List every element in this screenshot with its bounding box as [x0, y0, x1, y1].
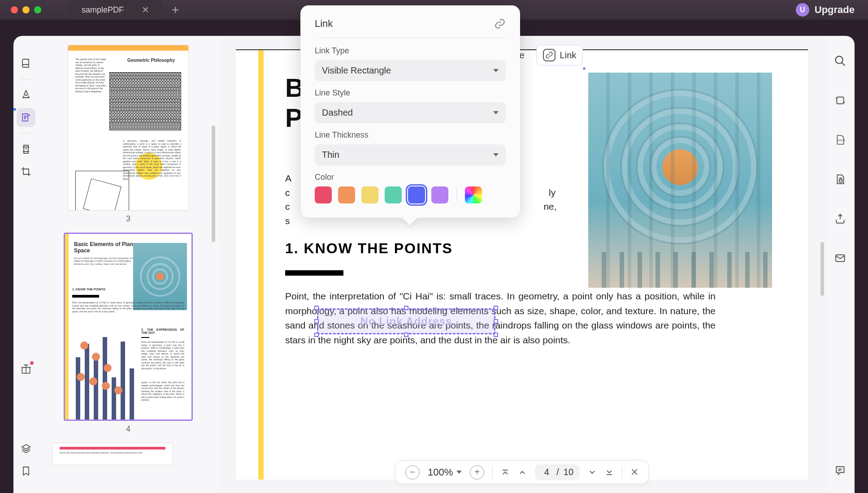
thumb-page-number: 4	[52, 424, 204, 434]
color-picker-button[interactable]	[465, 186, 482, 203]
separator	[492, 466, 493, 479]
lock-button[interactable]	[831, 170, 849, 188]
thumb-text: Point, the interpretation of "Ci Hai" is…	[141, 341, 184, 370]
comment-icon	[834, 465, 846, 476]
thumbnail-page-4[interactable]: Basic Elements of Plane Space Any art co…	[52, 233, 204, 434]
color-swatch-teal[interactable]	[385, 186, 402, 203]
highlighter-tool[interactable]	[17, 86, 35, 104]
link-type-select[interactable]: Visible Rectangle	[315, 60, 506, 81]
resize-handle-bm[interactable]	[404, 333, 408, 337]
svg-rect-2	[837, 97, 843, 104]
active-tool-indicator	[13, 108, 16, 111]
chevron-top-icon	[501, 468, 510, 477]
last-page-button[interactable]	[605, 468, 614, 477]
add-tab-button[interactable]: +	[172, 3, 179, 17]
zoom-select[interactable]: 100%	[428, 467, 462, 478]
rotate-icon	[834, 95, 846, 106]
forms-icon	[21, 144, 31, 155]
book-tool[interactable]	[17, 54, 35, 73]
prev-page-button[interactable]	[518, 468, 527, 477]
color-swatch-blue[interactable]	[408, 186, 425, 203]
comment-button[interactable]	[831, 462, 849, 480]
highlighter-icon	[21, 90, 31, 100]
thumb-heading: Basic Elements of Plane Space	[74, 241, 137, 254]
close-tab-icon[interactable]: ✕	[142, 4, 149, 15]
resize-handle-mr[interactable]	[494, 319, 498, 324]
separator	[21, 79, 31, 79]
resize-handle-tl[interactable]	[314, 306, 319, 310]
file-lock-icon	[834, 173, 846, 185]
thumb-text: space, on the one hand, the point has a …	[141, 381, 184, 402]
page-image	[588, 73, 772, 288]
close-window-button[interactable]	[11, 6, 18, 13]
document-tab[interactable]: samplePDF ✕	[68, 0, 163, 20]
resize-handle-tr[interactable]	[494, 306, 498, 310]
zoom-value: 100%	[428, 467, 453, 478]
document-scrollbar[interactable]	[820, 242, 824, 296]
thumb-section: 2. THE EXPRESSION OF THE DOT	[141, 328, 184, 334]
thumb-text: The specific parts of the image can be e…	[75, 58, 107, 93]
forms-tool[interactable]	[17, 140, 35, 159]
search-icon	[834, 55, 846, 67]
email-button[interactable]	[831, 249, 849, 267]
zoom-in-button[interactable]: +	[470, 465, 484, 480]
search-button[interactable]	[831, 52, 849, 70]
link-icon	[543, 49, 556, 61]
upgrade-badge-icon: U	[796, 3, 809, 17]
link-label: Link	[560, 50, 577, 61]
resize-handle-tm[interactable]	[404, 306, 408, 310]
color-swatch-yellow[interactable]	[361, 186, 378, 203]
page-indicator: / 10	[535, 464, 580, 480]
link-icon[interactable]	[494, 18, 506, 30]
link-annotation-object[interactable]: No Link Address	[317, 308, 495, 334]
first-page-button[interactable]	[501, 468, 510, 477]
link-properties-popup: Link Link Type Visible Rectangle Line St…	[300, 5, 520, 218]
total-pages: 10	[564, 467, 573, 477]
line-thickness-select[interactable]: Thin	[315, 144, 506, 165]
link-dashed-rect: No Link Address	[317, 308, 495, 334]
separator	[622, 466, 622, 479]
pdfa-button[interactable]: PDF/A	[831, 131, 849, 149]
edit-tool[interactable]	[17, 108, 35, 127]
thumbnail-panel: Geometric Philosophy The specific parts …	[39, 36, 218, 493]
link-type-label: Link Type	[315, 46, 506, 56]
resize-handle-br[interactable]	[494, 333, 498, 337]
color-swatch-purple[interactable]	[431, 186, 448, 203]
active-tab-indicator	[583, 67, 586, 70]
thumbnail-page-3[interactable]: Geometric Philosophy The specific parts …	[52, 45, 204, 224]
link-tool-button[interactable]: Link	[536, 45, 583, 65]
resize-handle-ml[interactable]	[314, 319, 319, 324]
svg-rect-4	[839, 180, 842, 182]
page-accent-bar	[258, 50, 264, 480]
upgrade-button[interactable]: U Upgrade	[796, 3, 855, 17]
current-page-input[interactable]	[541, 467, 552, 477]
popup-header: Link	[315, 18, 506, 38]
tab-row: samplePDF ✕ +	[68, 0, 179, 20]
resize-handle-bl[interactable]	[314, 333, 319, 337]
bookmark-tool[interactable]	[17, 462, 35, 480]
crop-tool[interactable]	[17, 162, 35, 181]
line-thickness-label: Line Thickness	[315, 130, 506, 140]
layers-icon	[21, 443, 31, 454]
maximize-window-button[interactable]	[34, 6, 41, 13]
close-toolbar-button[interactable]: ✕	[630, 467, 638, 478]
gift-icon	[20, 363, 32, 375]
layers-tool[interactable]	[17, 439, 35, 458]
line-style-label: Line Style	[315, 88, 506, 98]
page-separator: /	[556, 467, 559, 477]
gift-tool[interactable]	[17, 359, 35, 378]
color-swatch-red[interactable]	[315, 186, 332, 203]
minimize-window-button[interactable]	[22, 6, 30, 13]
color-swatch-orange[interactable]	[338, 186, 355, 203]
export-button[interactable]	[831, 210, 849, 228]
thumb-page-number: 3	[52, 214, 204, 224]
thumbnail-page-5[interactable]: Points also have dominant and recessive …	[52, 443, 204, 465]
line-style-select[interactable]: Dashed	[315, 102, 506, 123]
svg-text:PDF/A: PDF/A	[838, 139, 845, 142]
book-icon	[21, 58, 31, 69]
rotate-button[interactable]	[831, 91, 849, 109]
zoom-out-button[interactable]: −	[405, 465, 420, 480]
thumbnails-scrollbar[interactable]	[212, 125, 215, 242]
next-page-button[interactable]	[588, 468, 597, 477]
bottom-toolbar: − 100% + / 10	[395, 460, 649, 484]
